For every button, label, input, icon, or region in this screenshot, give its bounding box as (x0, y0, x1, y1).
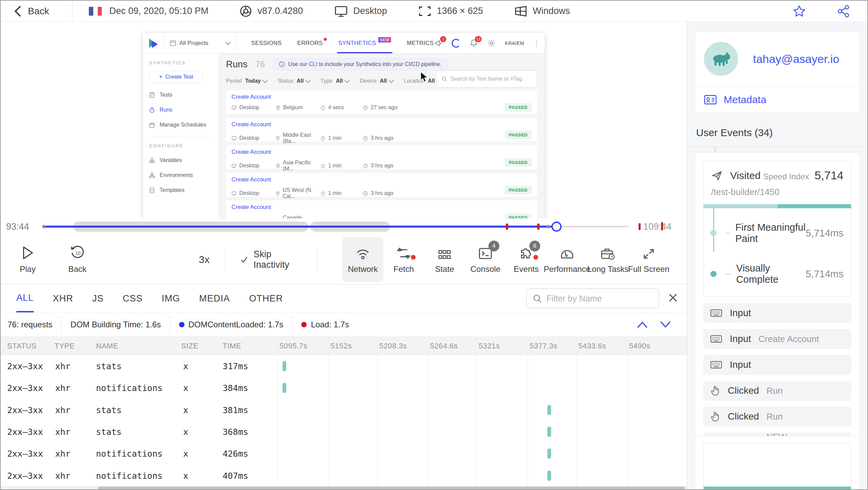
jump-up-icon[interactable] (637, 320, 648, 329)
network-rows: 2xx–3xxxhrstatsx317ms 2xx–3xxxhrnotifica… (1, 355, 688, 490)
play-icon (21, 245, 34, 260)
check-icon (240, 255, 248, 264)
event-item-input[interactable]: Input (703, 303, 851, 323)
chevron-left-icon (14, 5, 22, 17)
timer-icon (149, 107, 155, 113)
events-toggle[interactable]: 6 Events (506, 237, 547, 282)
network-request-row[interactable]: 2xx–3xxxhrstatsx368ms (1, 421, 688, 443)
current-time: 93:44 (6, 222, 37, 232)
divider (687, 147, 867, 147)
play-button[interactable]: Play (20, 245, 36, 274)
col-time: TIME (223, 342, 241, 350)
waterfall-bar (547, 405, 551, 415)
scrollbar-thumb[interactable] (98, 487, 685, 490)
timeline-track[interactable] (44, 218, 637, 235)
tab-css[interactable]: CSS (123, 284, 143, 312)
stopwatch-icon (321, 105, 325, 110)
cubes-icon (149, 158, 155, 163)
event-marker-gray[interactable] (547, 225, 550, 228)
network-request-row[interactable]: 2xx–3xxxhrnotificationsx384ms (1, 377, 688, 399)
tab-other[interactable]: OTHER (249, 284, 283, 312)
event-marker-red[interactable] (639, 223, 641, 230)
cli-link: CLI (309, 61, 317, 67)
next-card-progress-bar (704, 487, 851, 490)
network-toggle[interactable]: Network (342, 237, 383, 282)
time-tick: 5208.3s (379, 342, 407, 350)
hippo-icon (710, 51, 732, 67)
visited-label: Visited (730, 170, 761, 181)
speed-toggle[interactable]: 3x (199, 254, 210, 265)
horizontal-scrollbar[interactable] (1, 486, 688, 490)
user-email-link[interactable]: tahay@asayer.io (753, 52, 839, 66)
filter-by-name-box (526, 289, 659, 308)
monitor-icon (334, 5, 348, 17)
event-item-clicked[interactable]: ClickedRun (703, 407, 851, 426)
playhead[interactable] (551, 222, 562, 232)
session-sidebar: tahay@asayer.io Metadata User Events (34… (687, 22, 867, 490)
back-10s-button[interactable]: 10 Back (68, 245, 86, 274)
logged-in-user: KRAIEM (505, 40, 524, 46)
network-request-row[interactable]: 2xx–3xxxhrstatsx381ms (1, 399, 688, 421)
metric-row-visually-complete: Visually Complete 5,714ms (725, 263, 843, 285)
share-icon[interactable] (837, 4, 850, 18)
expand-icon (642, 247, 656, 260)
jump-down-icon[interactable] (660, 320, 671, 329)
visited-event-card[interactable]: Visited Speed Index 5,714 /test-builder/… (703, 161, 851, 297)
skip-inactivity-toggle[interactable]: Skip Inactivity (240, 249, 302, 270)
state-toggle[interactable]: State (424, 237, 465, 282)
windows-icon (514, 5, 527, 17)
performance-toggle[interactable]: Performance (547, 237, 588, 282)
long-tasks-toggle[interactable]: Long Tasks (588, 237, 628, 282)
dcl-dot (179, 322, 184, 327)
tab-js[interactable]: JS (92, 284, 104, 312)
col-name: NAME (96, 342, 118, 350)
tab-img[interactable]: IMG (162, 284, 180, 312)
network-request-row[interactable]: 2xx–3xxxhrnotificationsx407ms (1, 465, 688, 487)
network-request-row[interactable]: 2xx–3xxxhrnotificationsx426ms (1, 443, 688, 464)
time-tick: 5490s (629, 342, 650, 350)
favorite-star-icon[interactable] (792, 5, 806, 18)
tab-media[interactable]: MEDIA (199, 284, 230, 312)
tab-all[interactable]: ALL (16, 284, 34, 312)
status-badge: PASSED (505, 158, 532, 167)
sidebar-item-templates: Templates (149, 187, 212, 193)
run-row: Create Account Desktop US West (N. Cal..… (226, 173, 537, 197)
event-item-input[interactable]: InputCreate Account (703, 329, 851, 349)
navigate-icon (711, 170, 723, 181)
status-badge: PASSED (505, 186, 532, 194)
event-marker-red[interactable] (537, 224, 540, 230)
filter-by-name-input[interactable] (547, 294, 653, 304)
event-item-clicked[interactable]: ClickedRun (703, 381, 851, 401)
metadata-button[interactable]: Metadata (695, 86, 859, 113)
player-controls: Play 10 Back 3x Skip Inactivity Network … (1, 235, 688, 284)
cli-banner: Use our CLI to include your Synthetics i… (273, 58, 447, 70)
back-button[interactable]: Back (14, 5, 49, 17)
network-request-row[interactable]: 2xx–3xxxhrstatsx317ms (1, 355, 688, 377)
resolution: 1366 × 625 (437, 6, 483, 16)
id-card-icon (704, 94, 717, 105)
event-item-input[interactable]: Input (703, 355, 851, 375)
calendar-icon (149, 122, 155, 128)
tab-xhr[interactable]: XHR (53, 284, 73, 312)
replayed-app-header: All Projects SESSIONS ERRORS SYNTHETICSN… (143, 33, 545, 53)
screen-size-icon (418, 5, 431, 17)
bell-count: 13 (475, 36, 482, 42)
svg-text:10: 10 (76, 250, 81, 256)
search-icon (441, 76, 447, 82)
waterfall-bar (283, 383, 286, 393)
sidebar-item-runs: Runs (149, 107, 212, 113)
fetch-toggle[interactable]: Fetch (383, 237, 424, 282)
keyboard-icon (710, 308, 722, 318)
sidebar-section-configure: CONFIGURE (149, 143, 212, 148)
project-selector: All Projects (163, 33, 236, 53)
dom-content-loaded: DOMContentLoaded: 1.7s (170, 317, 292, 332)
sidebar-item-tests: Tests (149, 92, 212, 98)
metadata-label: Metadata (724, 94, 766, 105)
console-toggle[interactable]: 4 Console (465, 237, 506, 282)
events-group-card: Visited Speed Index 5,714 /test-builder/… (695, 152, 860, 461)
event-marker-red[interactable] (506, 224, 508, 230)
close-panel-icon[interactable] (667, 292, 679, 304)
status-badge: PASSED (505, 103, 532, 112)
full-screen-toggle[interactable]: Full Screen (628, 237, 669, 282)
project-selector-value: All Projects (179, 40, 208, 47)
